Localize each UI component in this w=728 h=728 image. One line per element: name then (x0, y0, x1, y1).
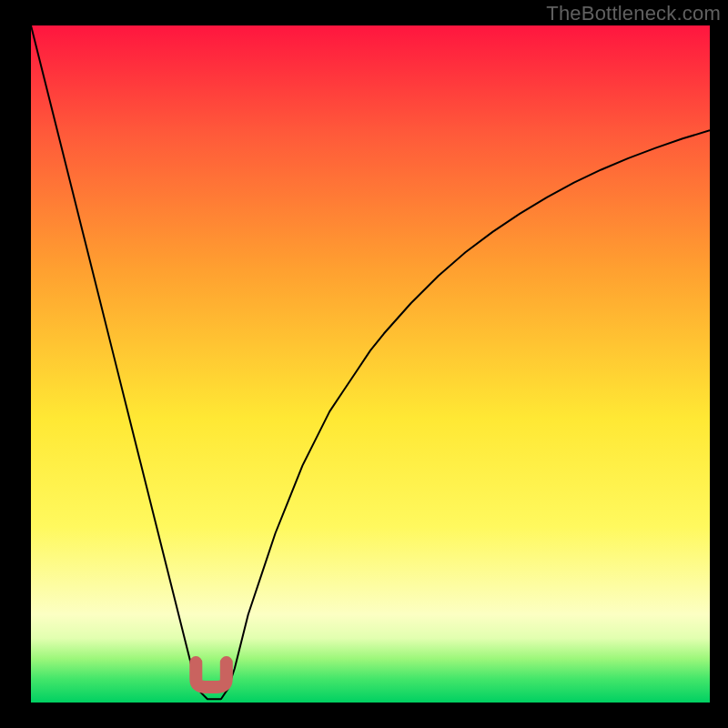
bottleneck-plot (31, 25, 710, 703)
chart-frame: TheBottleneck.com (0, 0, 728, 728)
watermark-text: TheBottleneck.com (546, 2, 721, 25)
gradient-background (31, 25, 710, 703)
